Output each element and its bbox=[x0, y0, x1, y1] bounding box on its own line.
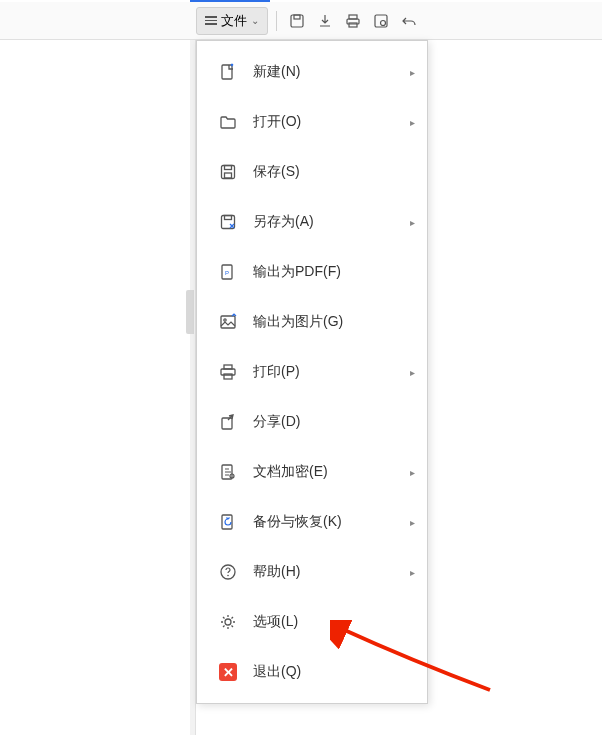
help-icon bbox=[217, 561, 239, 583]
toolbar: 文件 ⌄ bbox=[0, 2, 602, 40]
menu-item-label: 选项(L) bbox=[253, 613, 415, 631]
file-menu-button[interactable]: 文件 ⌄ bbox=[196, 7, 268, 35]
chevron-down-icon: ⌄ bbox=[251, 15, 259, 26]
menu-item-save-as[interactable]: 另存为(A) ▸ bbox=[197, 197, 427, 247]
svg-rect-8 bbox=[222, 166, 235, 179]
menu-item-label: 另存为(A) bbox=[253, 213, 410, 231]
svg-text:P: P bbox=[225, 270, 229, 276]
menu-item-label: 文档加密(E) bbox=[253, 463, 410, 481]
toolbar-preview-button[interactable] bbox=[369, 9, 393, 33]
print-icon bbox=[217, 361, 239, 383]
menu-item-label: 新建(N) bbox=[253, 63, 410, 81]
left-panel-handle[interactable] bbox=[186, 290, 194, 334]
save-as-icon bbox=[217, 211, 239, 233]
svg-rect-15 bbox=[221, 316, 235, 328]
svg-rect-0 bbox=[291, 15, 303, 27]
submenu-arrow-icon: ▸ bbox=[410, 217, 415, 228]
submenu-arrow-icon: ▸ bbox=[410, 517, 415, 528]
submenu-arrow-icon: ▸ bbox=[410, 467, 415, 478]
toolbar-undo-button[interactable] bbox=[397, 9, 421, 33]
options-gear-icon bbox=[217, 611, 239, 633]
exit-icon: ✕ bbox=[217, 661, 239, 683]
submenu-arrow-icon: ▸ bbox=[410, 67, 415, 78]
svg-rect-7 bbox=[222, 65, 232, 79]
svg-point-6 bbox=[381, 20, 386, 25]
toolbar-separator bbox=[276, 11, 277, 31]
menu-item-label: 打开(O) bbox=[253, 113, 410, 131]
svg-rect-12 bbox=[225, 216, 232, 220]
share-icon bbox=[217, 411, 239, 433]
menu-item-label: 保存(S) bbox=[253, 163, 415, 181]
submenu-arrow-icon: ▸ bbox=[410, 567, 415, 578]
export-image-icon bbox=[217, 311, 239, 333]
menu-item-exit[interactable]: ✕ 退出(Q) bbox=[197, 647, 427, 697]
menu-item-share[interactable]: 分享(D) bbox=[197, 397, 427, 447]
menu-item-export-pdf[interactable]: P 输出为PDF(F) bbox=[197, 247, 427, 297]
svg-rect-1 bbox=[294, 15, 300, 19]
menu-item-help[interactable]: 帮助(H) ▸ bbox=[197, 547, 427, 597]
svg-point-25 bbox=[227, 575, 229, 577]
svg-rect-10 bbox=[225, 173, 232, 178]
hamburger-icon bbox=[205, 16, 217, 25]
menu-item-label: 分享(D) bbox=[253, 413, 415, 431]
menu-item-label: 备份与恢复(K) bbox=[253, 513, 410, 531]
menu-item-options[interactable]: 选项(L) bbox=[197, 597, 427, 647]
menu-item-label: 输出为PDF(F) bbox=[253, 263, 415, 281]
toolbar-print-button[interactable] bbox=[341, 9, 365, 33]
file-dropdown-menu: 新建(N) ▸ 打开(O) ▸ 保存(S) 另存为(A) ▸ P 输出为PDF(… bbox=[196, 40, 428, 704]
file-menu-label: 文件 bbox=[221, 12, 247, 30]
export-pdf-icon: P bbox=[217, 261, 239, 283]
menu-item-label: 帮助(H) bbox=[253, 563, 410, 581]
svg-point-26 bbox=[225, 619, 231, 625]
menu-item-print[interactable]: 打印(P) ▸ bbox=[197, 347, 427, 397]
toolbar-save-button[interactable] bbox=[285, 9, 309, 33]
svg-rect-2 bbox=[349, 15, 357, 19]
menu-item-label: 输出为图片(G) bbox=[253, 313, 415, 331]
toolbar-export-button[interactable] bbox=[313, 9, 337, 33]
menu-item-new[interactable]: 新建(N) ▸ bbox=[197, 47, 427, 97]
open-folder-icon bbox=[217, 111, 239, 133]
new-file-icon bbox=[217, 61, 239, 83]
menu-item-label: 打印(P) bbox=[253, 363, 410, 381]
menu-item-label: 退出(Q) bbox=[253, 663, 415, 681]
menu-item-save[interactable]: 保存(S) bbox=[197, 147, 427, 197]
menu-item-encrypt[interactable]: 文档加密(E) ▸ bbox=[197, 447, 427, 497]
backup-restore-icon bbox=[217, 511, 239, 533]
encrypt-icon bbox=[217, 461, 239, 483]
svg-rect-9 bbox=[225, 166, 232, 170]
submenu-arrow-icon: ▸ bbox=[410, 117, 415, 128]
save-icon bbox=[217, 161, 239, 183]
menu-item-export-image[interactable]: 输出为图片(G) bbox=[197, 297, 427, 347]
svg-rect-20 bbox=[222, 418, 232, 429]
submenu-arrow-icon: ▸ bbox=[410, 367, 415, 378]
menu-item-open[interactable]: 打开(O) ▸ bbox=[197, 97, 427, 147]
svg-point-16 bbox=[224, 319, 226, 321]
menu-item-backup[interactable]: 备份与恢复(K) ▸ bbox=[197, 497, 427, 547]
